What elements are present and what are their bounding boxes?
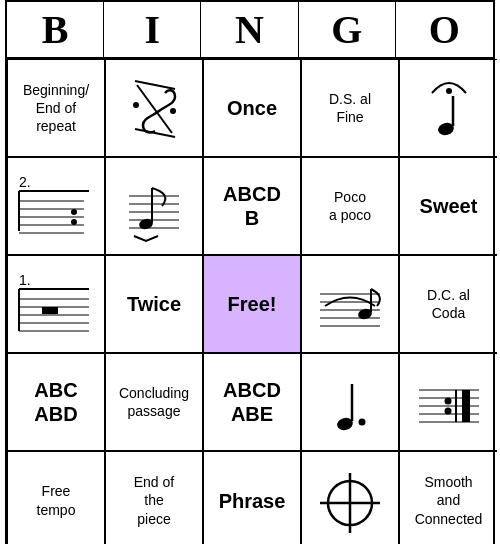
- fermata-svg: [424, 71, 474, 146]
- cell-o4: [399, 353, 497, 451]
- cell-b2: 2.: [7, 157, 105, 255]
- eighth-accent-svg: [124, 166, 184, 246]
- header-b: B: [7, 2, 104, 57]
- cell-o1: [399, 59, 497, 157]
- header-i: I: [104, 2, 201, 57]
- cell-b4: ABCABD: [7, 353, 105, 451]
- svg-point-4: [170, 108, 176, 114]
- cell-g3: [301, 255, 399, 353]
- cell-g5: [301, 451, 399, 544]
- coda-svg: [315, 461, 385, 541]
- svg-point-43: [359, 419, 366, 426]
- cell-b1: Beginning/End ofrepeat: [7, 59, 105, 157]
- bingo-header: B I N G O: [7, 2, 493, 59]
- svg-point-16: [71, 209, 77, 215]
- cell-n2: ABCDB: [203, 157, 301, 255]
- double-barline-svg: [414, 362, 484, 442]
- svg-text:2.: 2.: [19, 174, 31, 190]
- bingo-card: B I N G O Beginning/End ofrepeat Once: [5, 0, 495, 544]
- svg-rect-33: [42, 307, 58, 314]
- cell-i2: [105, 157, 203, 255]
- svg-point-51: [444, 398, 451, 405]
- bingo-grid: Beginning/End ofrepeat Once D.S. alFine: [7, 59, 493, 544]
- svg-line-1: [135, 81, 175, 89]
- cell-b5: Freetempo: [7, 451, 105, 544]
- cell-n1: Once: [203, 59, 301, 157]
- svg-point-17: [71, 219, 77, 225]
- segno-svg: [127, 73, 182, 143]
- svg-rect-50: [462, 390, 470, 422]
- cell-i3: Twice: [105, 255, 203, 353]
- header-n: N: [201, 2, 298, 57]
- cell-g4: [301, 353, 399, 451]
- cell-i5: End ofthepiece: [105, 451, 203, 544]
- cell-g1: D.S. alFine: [301, 59, 399, 157]
- first-ending-svg: 1.: [14, 269, 99, 339]
- cell-i1: [105, 59, 203, 157]
- repeat-end-svg: 2.: [14, 171, 99, 241]
- svg-text:1.: 1.: [19, 272, 31, 288]
- dotted-note-svg: [325, 362, 375, 442]
- cell-n4: ABCDABE: [203, 353, 301, 451]
- svg-point-3: [133, 102, 139, 108]
- header-g: G: [299, 2, 396, 57]
- cell-o2: Sweet: [399, 157, 497, 255]
- cell-o3: D.C. alCoda: [399, 255, 497, 353]
- cell-g2: Pocoa poco: [301, 157, 399, 255]
- cell-free: Free!: [203, 255, 301, 353]
- svg-point-52: [444, 408, 451, 415]
- cell-i4: Concludingpassage: [105, 353, 203, 451]
- slur-note-svg: [315, 264, 385, 344]
- cell-o5: SmoothandConnected: [399, 451, 497, 544]
- svg-point-7: [446, 88, 452, 94]
- header-o: O: [396, 2, 493, 57]
- cell-b3: 1.: [7, 255, 105, 353]
- cell-n5: Phrase: [203, 451, 301, 544]
